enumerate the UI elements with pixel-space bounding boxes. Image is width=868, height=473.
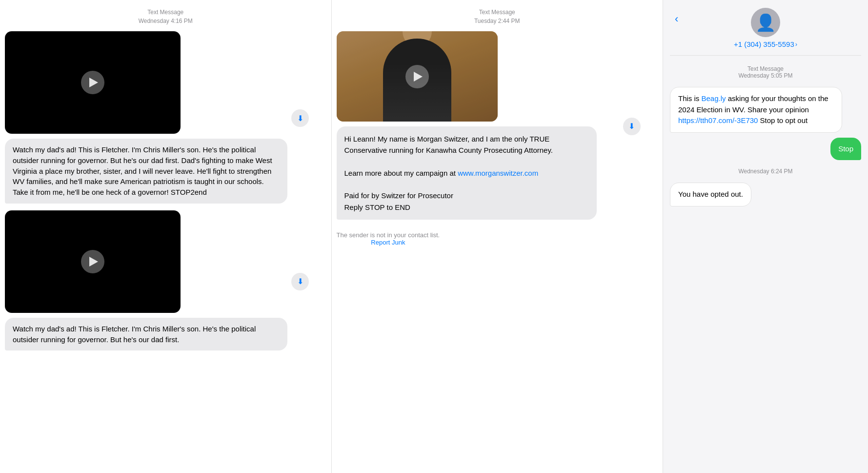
download-icon-2: ⬇ (297, 277, 303, 286)
timestamp-label-1b: Wednesday 4:16 PM (5, 17, 326, 25)
download-icon-mid: ⬇ (628, 122, 635, 131)
timestamp-header-2: Text Message Tuesday 2:44 PM (337, 8, 658, 25)
message-bubble-1: Watch my dad's ad! This is Fletcher. I'm… (5, 139, 287, 204)
sender-note: The sender is not in your contact list. (337, 231, 440, 239)
chevron-icon: › (795, 41, 797, 48)
conversation-column-1: Text Message Wednesday 4:16 PM Watch my … (0, 0, 332, 473)
message-group-1: Watch my dad's ad! This is Fletcher. I'm… (5, 31, 326, 204)
back-button[interactable]: ‹ (675, 13, 678, 25)
message-group-2: Watch my dad's ad! This is Fletcher. I'm… (5, 210, 326, 351)
video-thumbnail-2[interactable] (5, 210, 181, 313)
bubble-wrap-2: Watch my dad's ad! This is Fletcher. I'm… (5, 210, 287, 351)
message-bubble-mid: Hi Leann! My name is Morgan Switzer, and… (337, 126, 597, 220)
download-icon-1: ⬇ (297, 114, 303, 123)
beagly-link[interactable]: Beag.ly (702, 94, 726, 103)
right-timestamp-2: Wednesday 6:24 PM (670, 168, 861, 175)
play-triangle-mid (414, 72, 423, 82)
download-button-2[interactable]: ⬇ (291, 273, 309, 290)
conversation-column-3: ‹ 👤 +1 (304) 355-5593 › Text Message Wed… (663, 0, 868, 473)
play-button-mid[interactable] (405, 65, 429, 88)
report-junk-link[interactable]: Report Junk (337, 239, 440, 246)
report-section: The sender is not in your contact list. … (337, 231, 440, 246)
right-message-list: Text Message Wednesday 5:05 PM This is B… (670, 62, 861, 206)
right-message-1: This is Beag.ly asking for your thoughts… (670, 87, 842, 133)
play-button-2[interactable] (81, 250, 104, 273)
timestamp-label-2b: Tuesday 2:44 PM (337, 17, 658, 25)
survey-link[interactable]: https://tth07.com/-3E730 (678, 116, 758, 124)
right-message-stop: Stop (830, 138, 861, 161)
play-triangle-2 (89, 257, 98, 267)
bubble-wrap-1: Watch my dad's ad! This is Fletcher. I'm… (5, 31, 287, 204)
play-triangle-1 (89, 78, 98, 87)
contact-phone[interactable]: +1 (304) 355-5593 (734, 40, 794, 48)
play-button-1[interactable] (81, 71, 104, 94)
conversation-column-2: Text Message Tuesday 2:44 PM Hi Leann! M… (332, 0, 664, 473)
timestamp-header-1: Text Message Wednesday 4:16 PM (5, 8, 326, 25)
avatar: 👤 (751, 8, 780, 37)
right-timestamp-1: Text Message Wednesday 5:05 PM (670, 65, 861, 79)
video-thumbnail-1[interactable] (5, 31, 181, 134)
bubble-wrap-mid: Hi Leann! My name is Morgan Switzer, and… (337, 31, 619, 220)
video-overlay-mid (337, 31, 498, 122)
timestamp-label-2a: Text Message (337, 8, 658, 17)
message-group-mid: Hi Leann! My name is Morgan Switzer, and… (337, 31, 658, 220)
message-bubble-2: Watch my dad's ad! This is Fletcher. I'm… (5, 318, 287, 351)
contact-phone-row[interactable]: +1 (304) 355-5593 › (734, 40, 797, 48)
download-button-1[interactable]: ⬇ (291, 109, 309, 127)
download-button-mid[interactable]: ⬇ (623, 118, 641, 135)
right-message-2: You have opted out. (670, 183, 751, 206)
person-icon: 👤 (755, 13, 776, 32)
timestamp-label-1a: Text Message (5, 8, 326, 17)
video-thumbnail-mid[interactable] (337, 31, 498, 122)
campaign-link[interactable]: www.morganswitzer.com (458, 169, 538, 177)
contact-header: ‹ 👤 +1 (304) 355-5593 › (670, 8, 861, 56)
